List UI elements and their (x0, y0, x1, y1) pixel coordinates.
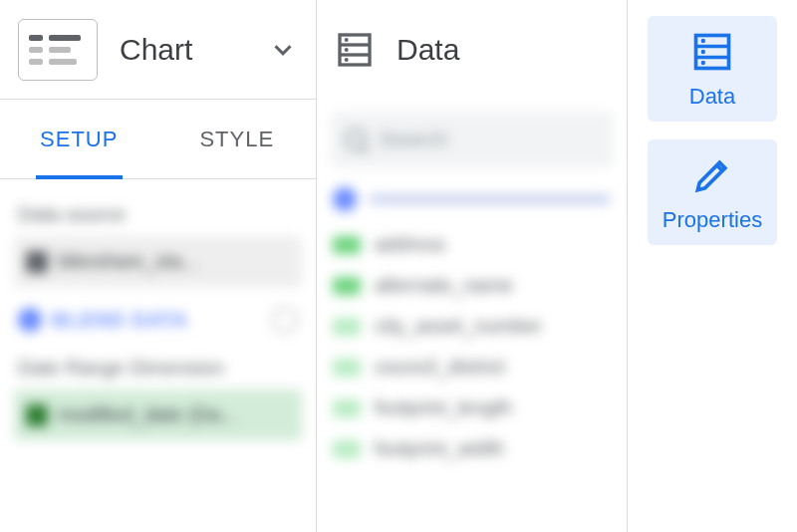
field-search-input[interactable]: Search (331, 112, 613, 167)
blend-label: BLEND DATA (52, 309, 188, 332)
add-icon (18, 308, 42, 332)
svg-rect-6 (696, 36, 729, 69)
svg-point-5 (345, 58, 349, 62)
chevron-down-icon (268, 35, 298, 65)
tab-setup[interactable]: SETUP (0, 100, 158, 178)
help-icon (272, 307, 298, 333)
right-rail: Data Properties (628, 0, 797, 532)
field-item[interactable]: footprint_width (333, 437, 611, 460)
calendar-icon (26, 404, 48, 426)
database-icon (690, 30, 734, 74)
database-icon (335, 30, 375, 70)
rail-properties-label: Properties (663, 207, 762, 233)
date-range-label: Date Range Dimension (18, 357, 298, 380)
date-range-chip[interactable]: modified_date (Da... (14, 390, 302, 440)
tab-style[interactable]: STYLE (158, 100, 317, 178)
svg-point-10 (701, 50, 705, 54)
table-chart-icon (18, 19, 98, 81)
config-tabs: SETUP STYLE (0, 100, 316, 179)
svg-point-9 (701, 39, 705, 43)
edit-icon (26, 251, 48, 273)
svg-point-11 (701, 61, 705, 65)
field-item[interactable]: alternate_name (333, 274, 611, 297)
chart-config-panel: Chart SETUP STYLE Data source bikeshare_… (0, 0, 317, 532)
data-source-chip[interactable]: bikeshare_sta... (14, 236, 302, 287)
data-source-row[interactable] (333, 187, 611, 211)
field-item[interactable]: council_district (333, 356, 611, 379)
date-range-value: modified_date (Da... (58, 403, 237, 426)
dimension-chip-icon (333, 359, 361, 377)
setup-body: Data source bikeshare_sta... BLEND DATA … (0, 179, 316, 468)
rail-data-button[interactable]: Data (648, 16, 777, 122)
svg-rect-0 (340, 35, 370, 65)
field-item[interactable]: footprint_length (333, 397, 611, 419)
rail-properties-button[interactable]: Properties (648, 139, 777, 245)
svg-point-4 (345, 48, 349, 52)
data-source-label: Data source (18, 203, 298, 226)
search-placeholder: Search (379, 127, 448, 152)
data-panel-header: Data (317, 0, 627, 100)
data-panel-title: Data (397, 33, 459, 67)
rail-data-label: Data (689, 84, 735, 110)
chart-type-label: Chart (120, 33, 268, 67)
dimension-chip-icon (333, 277, 361, 295)
field-item[interactable]: city_asset_number (333, 315, 611, 338)
search-icon (345, 129, 367, 150)
field-item[interactable]: address (333, 233, 611, 256)
dimension-chip-icon (333, 236, 361, 254)
dimension-chip-icon (333, 318, 361, 336)
data-fields-body: Search address alternate_name city_asset… (317, 100, 627, 490)
svg-point-3 (345, 38, 349, 42)
chart-type-selector[interactable]: Chart (0, 0, 316, 100)
data-fields-panel: Data Search address alternate_name city_… (317, 0, 628, 532)
dimension-chip-icon (333, 399, 361, 417)
blend-data-button[interactable]: BLEND DATA (14, 299, 302, 349)
dimension-chip-icon (333, 440, 361, 458)
data-source-name: bikeshare_sta... (58, 250, 198, 273)
pencil-icon (690, 153, 734, 197)
source-dot-icon (333, 187, 357, 211)
